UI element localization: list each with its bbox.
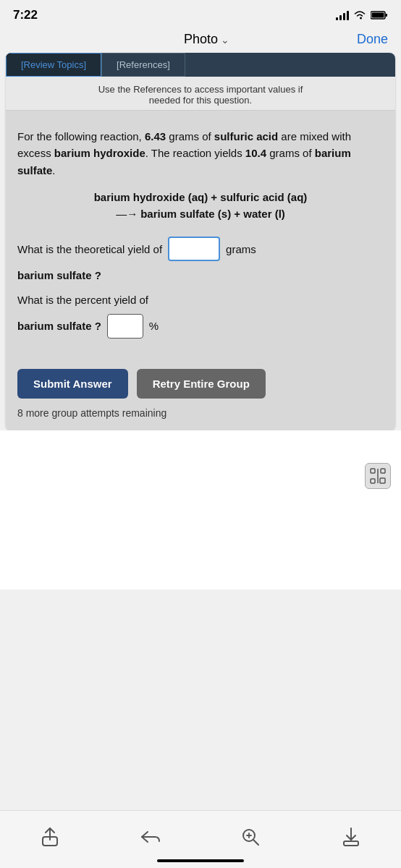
submit-button[interactable]: Submit Answer bbox=[17, 369, 128, 399]
theoretical-yield-input[interactable] bbox=[168, 237, 220, 261]
status-icons bbox=[336, 10, 388, 20]
percent-yield-input[interactable] bbox=[107, 314, 143, 339]
svg-rect-7 bbox=[380, 478, 385, 483]
attempts-text: 8 more group attempts remaining bbox=[6, 404, 395, 430]
nav-title-text: Photo bbox=[184, 32, 218, 47]
content-card: [Review Topics] [References] Use the Ref… bbox=[6, 53, 395, 430]
q1-label: What is the theoretical yield of bbox=[17, 241, 162, 258]
equation-block: barium hydroxide (aq) + sulfuric acid (a… bbox=[17, 189, 384, 223]
nav-chevron-icon: ⌄ bbox=[221, 34, 229, 46]
search-plus-button[interactable] bbox=[236, 822, 265, 851]
svg-rect-5 bbox=[371, 479, 375, 483]
info-line2: needed for this question. bbox=[149, 95, 252, 106]
status-time: 7:22 bbox=[13, 8, 38, 22]
buttons-row: Submit Answer Retry Entire Group bbox=[6, 356, 395, 404]
equation-line1: barium hydroxide (aq) + sulfuric acid (a… bbox=[17, 189, 384, 205]
info-text: Use the References to access important v… bbox=[6, 77, 395, 111]
status-bar: 7:22 bbox=[0, 0, 401, 26]
scan-icon[interactable] bbox=[365, 463, 391, 489]
back-button[interactable] bbox=[136, 822, 165, 851]
home-indicator bbox=[157, 859, 244, 862]
info-line1: Use the References to access important v… bbox=[98, 84, 303, 95]
q1-bold-label: barium sulfate ? bbox=[17, 267, 384, 284]
q2-row: What is the percent yield of bbox=[17, 292, 384, 308]
svg-rect-1 bbox=[386, 14, 388, 17]
svg-rect-2 bbox=[372, 13, 384, 18]
arrow-icon: —→ bbox=[116, 205, 138, 222]
battery-icon bbox=[371, 10, 388, 20]
references-tab[interactable]: [References] bbox=[101, 53, 185, 77]
wifi-icon bbox=[353, 10, 366, 20]
svg-line-10 bbox=[253, 840, 258, 845]
white-area bbox=[0, 430, 401, 590]
question-body: For the following reaction, 6.43 grams o… bbox=[6, 111, 395, 356]
nav-bar: Photo ⌄ Done bbox=[0, 26, 401, 53]
share-button[interactable] bbox=[35, 822, 64, 851]
q2-bold-label: barium sulfate ? bbox=[17, 318, 101, 334]
download-button[interactable] bbox=[337, 822, 366, 851]
done-button[interactable]: Done bbox=[357, 32, 388, 47]
equation-line2: —→ barium sulfate (s) + water (l) bbox=[17, 205, 384, 222]
signal-icon bbox=[336, 10, 349, 20]
nav-title: Photo ⌄ bbox=[184, 32, 229, 47]
q2-unit: % bbox=[149, 318, 159, 334]
svg-rect-3 bbox=[371, 469, 375, 473]
header-bar: [Review Topics] [References] bbox=[6, 53, 395, 77]
svg-rect-13 bbox=[344, 841, 358, 846]
q2-row-2: barium sulfate ? % bbox=[17, 314, 384, 339]
q2-label: What is the percent yield of bbox=[17, 292, 148, 308]
review-topics-tab[interactable]: [Review Topics] bbox=[6, 53, 101, 77]
q1-row: What is the theoretical yield of grams bbox=[17, 237, 384, 261]
retry-button[interactable]: Retry Entire Group bbox=[137, 369, 266, 399]
q1-unit: grams bbox=[226, 241, 256, 258]
question-paragraph: For the following reaction, 6.43 grams o… bbox=[17, 128, 384, 179]
svg-rect-4 bbox=[381, 469, 385, 473]
